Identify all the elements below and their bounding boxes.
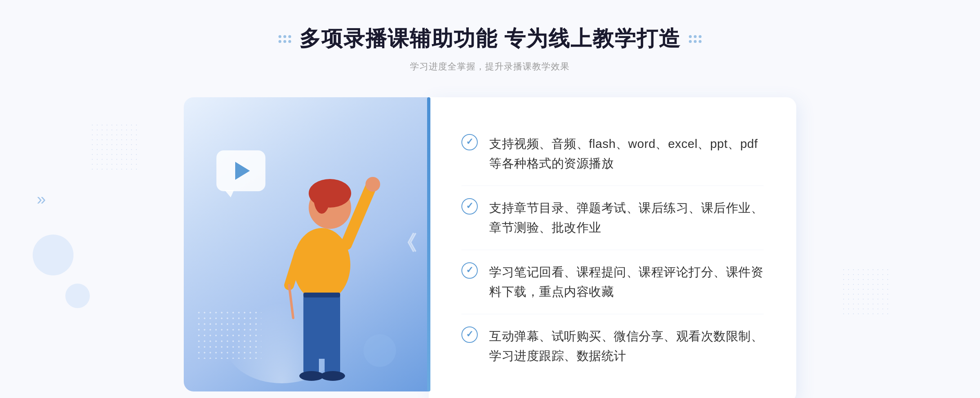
tdot — [278, 40, 281, 43]
tdot — [283, 35, 286, 38]
deco-arrows-left: » — [37, 190, 46, 208]
info-panel: ✓ 支持视频、音频、flash、word、excel、ppt、pdf等各种格式的… — [429, 97, 796, 398]
tdot — [278, 35, 281, 38]
feature-text-3: 学习笔记回看、课程提问、课程评论打分、课件资料下载，重点内容收藏 — [489, 262, 764, 302]
check-icon-2: ✓ — [466, 201, 473, 211]
svg-point-5 — [365, 177, 380, 192]
feature-text-4: 互动弹幕、试听购买、微信分享、观看次数限制、学习进度跟踪、数据统计 — [489, 326, 764, 366]
illustration-section: 《 — [184, 97, 429, 391]
feature-item-3: ✓ 学习笔记回看、课程提问、课程评论打分、课件资料下载，重点内容收藏 — [461, 250, 764, 314]
tdot — [288, 35, 291, 38]
tdot — [699, 35, 702, 38]
check-icon-4: ✓ — [466, 329, 473, 340]
svg-point-11 — [321, 371, 345, 381]
tdot — [689, 35, 692, 38]
tdot — [283, 40, 286, 43]
title-wrapper: 多项录播课辅助功能 专为线上教学打造 — [278, 25, 702, 53]
check-circle-3: ✓ — [461, 262, 478, 279]
deco-circle-2 — [65, 284, 90, 308]
tdot — [694, 40, 697, 43]
person-illustration — [244, 146, 399, 391]
page-container: » 多项录播课辅助功能 专为线上教学打造 — [0, 0, 980, 398]
tdot — [689, 40, 692, 43]
tdot — [288, 40, 291, 43]
feature-text-2: 支持章节目录、弹题考试、课后练习、课后作业、章节测验、批改作业 — [489, 198, 764, 237]
main-title: 多项录播课辅助功能 专为线上教学打造 — [299, 25, 681, 53]
check-circle-2: ✓ — [461, 198, 478, 215]
tdot — [699, 40, 702, 43]
check-circle-1: ✓ — [461, 134, 478, 150]
content-area: 《 — [184, 97, 796, 398]
accent-bar — [427, 97, 430, 391]
check-icon-3: ✓ — [466, 265, 473, 275]
svg-rect-9 — [325, 322, 340, 375]
feature-text-1: 支持视频、音频、flash、word、excel、ppt、pdf等各种格式的资源… — [489, 134, 764, 173]
subtitle: 学习进度全掌握，提升录播课教学效果 — [278, 60, 702, 73]
feature-item-1: ✓ 支持视频、音频、flash、word、excel、ppt、pdf等各种格式的… — [461, 122, 764, 186]
svg-rect-12 — [303, 293, 340, 297]
svg-line-13 — [289, 285, 293, 318]
svg-point-0 — [293, 228, 350, 302]
svg-rect-8 — [303, 322, 319, 375]
feature-item-2: ✓ 支持章节目录、弹题考试、课后练习、课后作业、章节测验、批改作业 — [461, 186, 764, 250]
title-deco-left — [278, 35, 291, 43]
title-deco-right — [689, 35, 702, 43]
deco-circle-1 — [33, 235, 74, 275]
dots-decoration-left — [90, 123, 139, 172]
svg-point-3 — [314, 181, 330, 214]
dots-decoration-right — [841, 267, 890, 316]
check-icon-1: ✓ — [466, 136, 473, 147]
header-section: 多项录播课辅助功能 专为线上教学打造 学习进度全掌握，提升录播课教学效果 — [278, 25, 702, 73]
tdot — [694, 35, 697, 38]
check-circle-4: ✓ — [461, 326, 478, 343]
svg-point-10 — [299, 371, 324, 381]
feature-item-4: ✓ 互动弹幕、试听购买、微信分享、观看次数限制、学习进度跟踪、数据统计 — [461, 314, 764, 378]
